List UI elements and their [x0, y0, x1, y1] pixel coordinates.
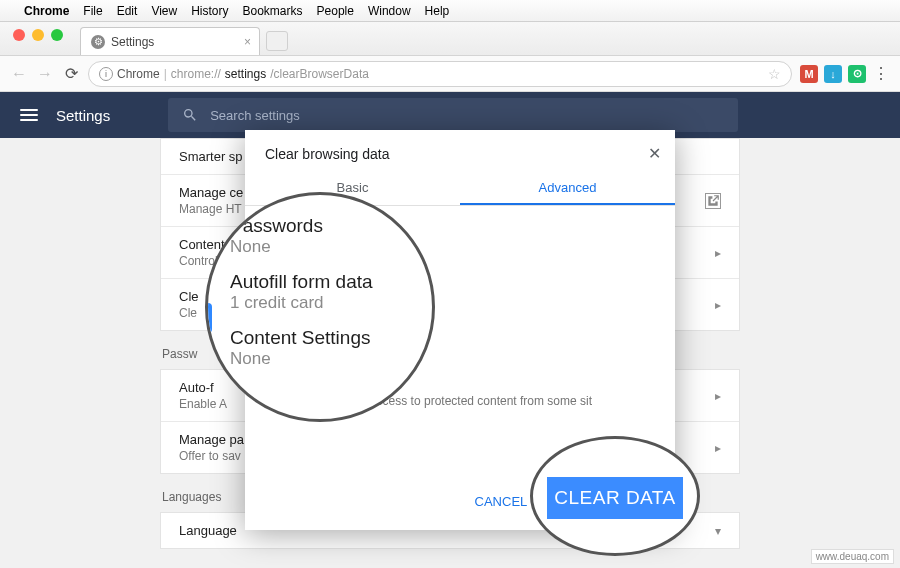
row-title: Language	[179, 523, 237, 538]
browser-tab[interactable]: ⚙ Settings ×	[80, 27, 260, 55]
row-title: Manage ce	[179, 185, 243, 200]
row-title: Cle	[179, 289, 199, 304]
url-host: settings	[225, 67, 266, 81]
mag-passwords-heading: Passwords	[230, 215, 410, 237]
menu-view[interactable]: View	[151, 4, 177, 18]
row-title: Auto-f	[179, 380, 227, 395]
tab-title: Settings	[111, 35, 154, 49]
reload-icon[interactable]: ⟳	[62, 64, 80, 83]
zoom-window-button[interactable]	[51, 29, 63, 41]
chevron-down-icon: ▾	[715, 524, 721, 538]
watermark: www.deuaq.com	[811, 549, 894, 564]
menu-edit[interactable]: Edit	[117, 4, 138, 18]
bookmark-star-icon[interactable]: ☆	[768, 66, 781, 82]
hamburger-icon[interactable]	[20, 109, 38, 121]
kebab-menu-icon[interactable]: ⋮	[872, 64, 890, 83]
menu-file[interactable]: File	[83, 4, 102, 18]
menu-help[interactable]: Help	[425, 4, 450, 18]
menu-window[interactable]: Window	[368, 4, 411, 18]
address-bar[interactable]: i Chrome | chrome://settings/clearBrowse…	[88, 61, 792, 87]
close-window-button[interactable]	[13, 29, 25, 41]
search-settings-input[interactable]: Search settings	[168, 98, 738, 132]
browser-toolbar: ← → ⟳ i Chrome | chrome://settings/clear…	[0, 56, 900, 92]
menu-bookmarks[interactable]: Bookmarks	[243, 4, 303, 18]
mag-autofill-heading: Autofill form data	[230, 271, 410, 293]
row-subtitle: Manage HT	[179, 202, 243, 216]
window-chrome: ⚙ Settings ×	[0, 22, 900, 56]
macos-menubar: Chrome File Edit View History Bookmarks …	[0, 0, 900, 22]
chevron-right-icon: ▸	[715, 389, 721, 403]
magnifier-overlay: Passwords None Autofill form data 1 cred…	[205, 192, 435, 422]
minimize-window-button[interactable]	[32, 29, 44, 41]
mag-autofill-sub: 1 credit card	[230, 293, 410, 313]
close-tab-icon[interactable]: ×	[244, 35, 251, 49]
chevron-right-icon: ▸	[715, 441, 721, 455]
row-subtitle: Cle	[179, 306, 199, 320]
menu-history[interactable]: History	[191, 4, 228, 18]
extensions: M ↓ ⊙ ⋮	[800, 64, 890, 83]
extension-gmail-icon[interactable]: M	[800, 65, 818, 83]
close-icon[interactable]: ✕	[648, 144, 661, 163]
row-title: Manage pa	[179, 432, 244, 447]
row-subtitle: Enable A	[179, 397, 227, 411]
traffic-lights	[8, 22, 68, 55]
magnifier-overlay-button: CLEAR DATA	[530, 436, 700, 556]
url-scheme-label: Chrome	[117, 67, 160, 81]
chevron-right-icon: ▸	[715, 246, 721, 260]
tab-advanced[interactable]: Advanced	[460, 172, 675, 205]
new-tab-button[interactable]	[266, 31, 288, 51]
checkbox-checked-icon	[205, 303, 212, 333]
mag-passwords-sub: None	[230, 237, 410, 257]
search-placeholder: Search settings	[210, 108, 300, 123]
row-title: Smarter sp	[179, 149, 243, 164]
mag-content-sub: None	[230, 349, 410, 369]
external-link-icon	[705, 193, 721, 209]
menu-people[interactable]: People	[317, 4, 354, 18]
page-title: Settings	[56, 107, 110, 124]
menu-app[interactable]: Chrome	[24, 4, 69, 18]
chevron-right-icon: ▸	[715, 298, 721, 312]
row-subtitle: Offer to sav	[179, 449, 244, 463]
mag-content-heading: Content Settings	[230, 327, 410, 349]
search-icon	[182, 107, 198, 123]
forward-icon[interactable]: →	[36, 65, 54, 83]
url-prefix: chrome://	[171, 67, 221, 81]
site-info-icon[interactable]: i	[99, 67, 113, 81]
back-icon[interactable]: ←	[10, 65, 28, 83]
clear-data-magnified: CLEAR DATA	[547, 477, 683, 519]
gear-icon: ⚙	[91, 35, 105, 49]
extension-whats-icon[interactable]: ⊙	[848, 65, 866, 83]
extension-download-icon[interactable]: ↓	[824, 65, 842, 83]
dialog-title: Clear browsing data	[245, 130, 675, 172]
url-path: /clearBrowserData	[270, 67, 369, 81]
